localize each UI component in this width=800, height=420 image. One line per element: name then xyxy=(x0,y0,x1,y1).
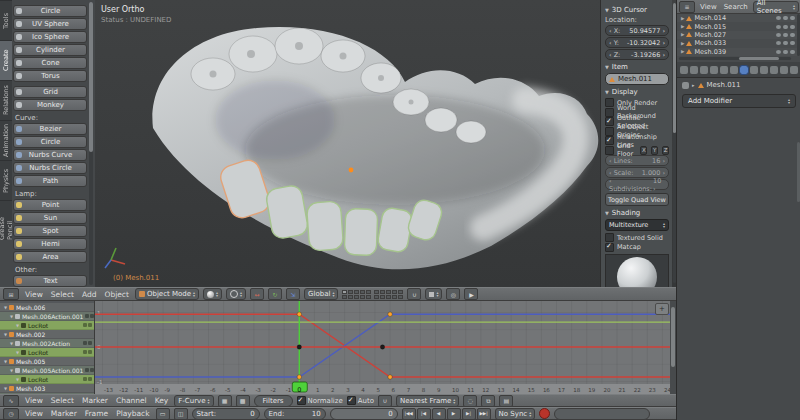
camera-icon[interactable] xyxy=(790,25,795,29)
mute-icon[interactable] xyxy=(83,377,87,381)
play-icon[interactable]: ▶ xyxy=(447,408,461,420)
filters-button[interactable]: Filters xyxy=(254,395,293,407)
add-circle-button[interactable]: Circle xyxy=(13,5,87,17)
grid-axis-z-button[interactable]: Z xyxy=(662,146,669,155)
layer-toggle[interactable] xyxy=(360,295,365,299)
menu-view[interactable]: View xyxy=(23,290,45,299)
layer-grid[interactable] xyxy=(342,290,403,299)
layer-toggle[interactable] xyxy=(398,290,403,294)
add-cone-button[interactable]: Cone xyxy=(13,57,87,69)
outliner-row[interactable]: ▶Mesh.027 xyxy=(677,31,800,39)
sync-dropdown[interactable]: No Sync ▴▾ xyxy=(495,408,536,420)
tool-shelf-tab-grease-pencil[interactable]: Grease Pencil xyxy=(0,200,12,240)
snap-magnet-icon[interactable]: ∪ xyxy=(407,288,421,300)
lock-icon[interactable] xyxy=(90,314,94,318)
properties-tab-scene[interactable] xyxy=(700,66,708,74)
tool-shelf-tab-animation[interactable]: Animation xyxy=(0,120,12,160)
pointer-icon[interactable] xyxy=(783,16,788,20)
layer-toggle[interactable] xyxy=(380,295,385,299)
shading-check-textured-solid[interactable]: Textured Solid xyxy=(605,233,669,243)
auto-normalize-toggle[interactable]: Auto xyxy=(347,396,374,405)
menu-select[interactable]: Select xyxy=(49,396,76,405)
menu-marker[interactable]: Marker xyxy=(80,396,110,405)
layer-toggle[interactable] xyxy=(342,295,347,299)
cursor-section-header[interactable]: ▼ 3D Cursor xyxy=(605,6,669,14)
camera-icon[interactable] xyxy=(790,41,795,45)
editor-type-icon[interactable]: ⊞ xyxy=(3,288,19,300)
cursor-x-field[interactable]: ‹ X:50.94577 › xyxy=(605,25,669,36)
pointer-icon[interactable] xyxy=(783,25,788,29)
next-keyframe-icon[interactable]: ▶| xyxy=(462,408,476,420)
outliner-row[interactable]: ▶Mesh.039 xyxy=(677,48,800,56)
lock-time-icon[interactable]: ◫ xyxy=(174,408,188,420)
add-bezier-button[interactable]: Bezier xyxy=(13,123,87,135)
camera-icon[interactable] xyxy=(790,16,795,20)
slider-lines[interactable]: ‹ Lines:16 › xyxy=(605,155,669,166)
menu-playback[interactable]: Playback xyxy=(114,409,151,418)
toggle-quad-view-button[interactable]: Toggle Quad View xyxy=(605,193,669,206)
pointer-icon[interactable] xyxy=(783,50,788,54)
eye-icon[interactable] xyxy=(776,33,781,37)
pivot-dropdown[interactable]: ▴▾ xyxy=(226,288,246,300)
keyframe-dot[interactable] xyxy=(297,375,301,379)
mode-dropdown[interactable]: Object Mode ▴▾ xyxy=(135,288,199,300)
show-only-selected-icon[interactable]: ▦ xyxy=(218,395,232,407)
menu-add[interactable]: Add xyxy=(80,290,99,299)
add-spot-button[interactable]: Spot xyxy=(13,225,87,237)
properties-tab-particles[interactable] xyxy=(780,66,788,74)
snap-magnet-icon[interactable]: ∪ xyxy=(378,395,392,407)
channel-object[interactable]: ▼Mesh.003 xyxy=(0,384,94,393)
camera-icon[interactable] xyxy=(790,33,795,37)
lock-icon[interactable] xyxy=(88,377,92,381)
matcap-preview[interactable] xyxy=(605,254,669,287)
menu-search[interactable]: Search xyxy=(722,3,750,11)
channel-action[interactable]: ▼Mesh.002Action xyxy=(0,339,94,348)
properties-tab-world[interactable] xyxy=(710,66,718,74)
shading-check-matcap[interactable]: Matcap xyxy=(605,243,669,253)
keyframe-dot[interactable] xyxy=(388,375,392,379)
add-torus-button[interactable]: Torus xyxy=(13,70,87,82)
manipulator-scale-icon[interactable]: ⇲ xyxy=(286,288,300,300)
pointer-icon[interactable] xyxy=(783,33,788,37)
add-circle-button[interactable]: Circle xyxy=(13,136,87,148)
properties-tab-modifiers[interactable] xyxy=(740,66,748,74)
keyframe-dot[interactable] xyxy=(388,312,392,316)
grid-axis-x-button[interactable]: X xyxy=(640,146,647,155)
menu-marker[interactable]: Marker xyxy=(49,409,79,418)
jump-to-start-icon[interactable]: |◀◀ xyxy=(402,408,416,420)
prev-keyframe-icon[interactable]: |◀ xyxy=(417,408,431,420)
mute-icon[interactable] xyxy=(85,368,89,372)
add-monkey-button[interactable]: Monkey xyxy=(13,99,87,111)
keying-set-field[interactable] xyxy=(554,408,650,420)
record-button[interactable] xyxy=(539,408,550,419)
layer-toggle[interactable] xyxy=(348,295,353,299)
ghost-curves-icon[interactable]: ▤ xyxy=(499,395,513,407)
region-expand-icon[interactable]: + xyxy=(655,303,669,315)
add-grid-button[interactable]: Grid xyxy=(13,86,87,98)
layer-toggle[interactable] xyxy=(354,295,359,299)
tool-shelf-scrollbar[interactable] xyxy=(89,2,93,285)
eye-icon[interactable] xyxy=(776,50,781,54)
start-frame-field[interactable]: Start:0 xyxy=(192,408,260,420)
current-frame-field[interactable]: 0 xyxy=(330,408,398,420)
add-path-button[interactable]: Path xyxy=(13,175,87,187)
curve-view[interactable]: -13-12-11-10-9-8-7-6-5-4-3-2-10123456789… xyxy=(95,301,670,394)
menu-select[interactable]: Select xyxy=(49,290,76,299)
add-modifier-button[interactable]: Add Modifier ▴▾ xyxy=(682,94,796,108)
keyframe-dot[interactable] xyxy=(380,345,384,349)
add-area-button[interactable]: Area xyxy=(13,251,87,263)
properties-tab-material[interactable] xyxy=(760,66,768,74)
graph-editor[interactable]: ▼Mesh.006▼Mesh.006Action.001▼LocRot▼Mesh… xyxy=(0,301,676,394)
properties-tab-texture[interactable] xyxy=(770,66,778,74)
layer-toggle[interactable] xyxy=(392,295,397,299)
menu-view[interactable]: View xyxy=(23,396,45,405)
layer-toggle[interactable] xyxy=(354,290,359,294)
channel-group[interactable]: ▼LocRot xyxy=(0,321,94,330)
menu-frame[interactable]: Frame xyxy=(83,409,110,418)
layer-toggle[interactable] xyxy=(374,290,379,294)
editor-type-icon[interactable]: ≡ xyxy=(679,1,695,13)
mute-icon[interactable] xyxy=(83,323,87,327)
tool-shelf-tab-relations[interactable]: Relations xyxy=(0,80,12,120)
keyframe-dot[interactable] xyxy=(297,312,301,316)
mute-icon[interactable] xyxy=(83,350,87,354)
